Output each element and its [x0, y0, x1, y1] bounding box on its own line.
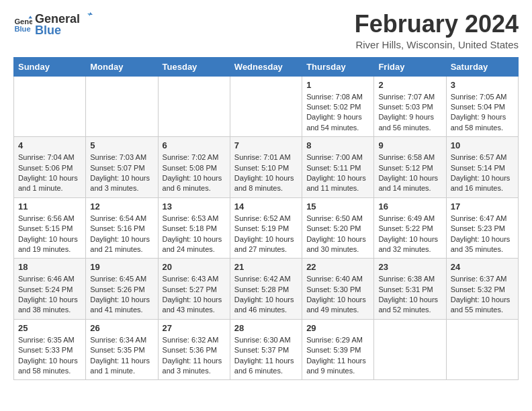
cell-content: Sunrise: 6:38 AMSunset: 5:31 PMDaylight:…	[378, 274, 441, 316]
column-header-saturday: Saturday	[446, 57, 518, 76]
calendar-cell	[158, 76, 230, 137]
calendar-cell: 21Sunrise: 6:42 AMSunset: 5:28 PMDayligh…	[230, 259, 302, 320]
calendar-week-row: 11Sunrise: 6:56 AMSunset: 5:15 PMDayligh…	[14, 197, 519, 259]
day-number: 5	[90, 140, 153, 150]
calendar-cell: 4Sunrise: 7:04 AMSunset: 5:06 PMDaylight…	[14, 137, 86, 198]
day-number: 21	[234, 262, 298, 272]
calendar-cell: 29Sunrise: 6:29 AMSunset: 5:39 PMDayligh…	[302, 319, 374, 380]
logo: General Blue General Blue	[13, 11, 93, 38]
calendar-cell: 10Sunrise: 6:57 AMSunset: 5:14 PMDayligh…	[446, 137, 518, 198]
svg-marker-3	[90, 12, 93, 15]
day-number: 1	[306, 80, 369, 90]
calendar-cell: 28Sunrise: 6:30 AMSunset: 5:37 PMDayligh…	[230, 319, 302, 380]
calendar-cell: 19Sunrise: 6:45 AMSunset: 5:26 PMDayligh…	[86, 259, 158, 320]
calendar-cell: 14Sunrise: 6:52 AMSunset: 5:19 PMDayligh…	[230, 197, 302, 259]
calendar-cell	[446, 319, 518, 380]
day-number: 3	[451, 80, 514, 90]
day-number: 16	[378, 201, 441, 212]
logo-bird-icon	[81, 11, 93, 23]
day-number: 8	[306, 140, 369, 150]
column-header-friday: Friday	[374, 57, 446, 76]
calendar-cell: 22Sunrise: 6:40 AMSunset: 5:30 PMDayligh…	[302, 259, 374, 320]
cell-content: Sunrise: 6:53 AMSunset: 5:18 PMDaylight:…	[163, 214, 226, 255]
calendar-cell: 18Sunrise: 6:46 AMSunset: 5:24 PMDayligh…	[14, 259, 86, 320]
day-number: 23	[378, 262, 441, 272]
day-number: 6	[163, 140, 226, 150]
day-number: 22	[306, 262, 369, 272]
cell-content: Sunrise: 6:57 AMSunset: 5:14 PMDaylight:…	[451, 152, 514, 194]
day-number: 19	[90, 262, 153, 272]
calendar-cell	[86, 76, 158, 137]
cell-content: Sunrise: 6:43 AMSunset: 5:27 PMDaylight:…	[163, 274, 226, 316]
cell-content: Sunrise: 6:56 AMSunset: 5:15 PMDaylight:…	[18, 214, 81, 255]
column-header-monday: Monday	[86, 57, 158, 76]
cell-content: Sunrise: 6:42 AMSunset: 5:28 PMDaylight:…	[234, 274, 298, 316]
calendar-cell: 13Sunrise: 6:53 AMSunset: 5:18 PMDayligh…	[158, 197, 230, 259]
title-block: February 2024 River Hills, Wisconsin, Un…	[355, 11, 519, 50]
day-number: 13	[163, 201, 226, 212]
cell-content: Sunrise: 6:47 AMSunset: 5:23 PMDaylight:…	[451, 214, 514, 255]
cell-content: Sunrise: 6:45 AMSunset: 5:26 PMDaylight:…	[90, 274, 153, 316]
day-number: 7	[234, 140, 298, 150]
calendar-table: SundayMondayTuesdayWednesdayThursdayFrid…	[13, 57, 519, 381]
svg-marker-4	[87, 13, 90, 16]
cell-content: Sunrise: 7:01 AMSunset: 5:10 PMDaylight:…	[234, 152, 298, 194]
day-number: 20	[163, 262, 226, 272]
day-number: 10	[451, 140, 514, 150]
day-number: 18	[18, 262, 81, 272]
day-number: 26	[90, 323, 153, 333]
cell-content: Sunrise: 7:03 AMSunset: 5:07 PMDaylight:…	[90, 152, 153, 194]
day-number: 12	[90, 201, 153, 212]
day-number: 11	[18, 201, 81, 212]
day-number: 14	[234, 201, 298, 212]
column-header-sunday: Sunday	[14, 57, 86, 76]
day-number: 27	[163, 323, 226, 333]
day-number: 4	[18, 140, 81, 150]
calendar-cell: 1Sunrise: 7:08 AMSunset: 5:02 PMDaylight…	[302, 76, 374, 137]
calendar-cell	[14, 76, 86, 137]
calendar-week-row: 18Sunrise: 6:46 AMSunset: 5:24 PMDayligh…	[14, 259, 519, 320]
calendar-cell: 5Sunrise: 7:03 AMSunset: 5:07 PMDaylight…	[86, 137, 158, 198]
calendar-week-row: 4Sunrise: 7:04 AMSunset: 5:06 PMDaylight…	[14, 137, 519, 198]
day-number: 9	[378, 140, 441, 150]
day-number: 28	[234, 323, 298, 333]
cell-content: Sunrise: 7:07 AMSunset: 5:03 PMDaylight:…	[378, 92, 441, 134]
column-header-wednesday: Wednesday	[230, 57, 302, 76]
cell-content: Sunrise: 6:30 AMSunset: 5:37 PMDaylight:…	[234, 335, 298, 377]
cell-content: Sunrise: 6:35 AMSunset: 5:33 PMDaylight:…	[18, 335, 81, 377]
calendar-cell: 9Sunrise: 6:58 AMSunset: 5:12 PMDaylight…	[374, 137, 446, 198]
calendar-cell: 2Sunrise: 7:07 AMSunset: 5:03 PMDaylight…	[374, 76, 446, 137]
cell-content: Sunrise: 6:32 AMSunset: 5:36 PMDaylight:…	[163, 335, 226, 377]
day-number: 29	[306, 323, 369, 333]
cell-content: Sunrise: 6:40 AMSunset: 5:30 PMDaylight:…	[306, 274, 369, 316]
location-subtitle: River Hills, Wisconsin, United States	[355, 39, 519, 50]
calendar-cell: 12Sunrise: 6:54 AMSunset: 5:16 PMDayligh…	[86, 197, 158, 259]
cell-content: Sunrise: 7:02 AMSunset: 5:08 PMDaylight:…	[163, 152, 226, 194]
cell-content: Sunrise: 7:08 AMSunset: 5:02 PMDaylight:…	[306, 92, 369, 134]
calendar-cell: 3Sunrise: 7:05 AMSunset: 5:04 PMDaylight…	[446, 76, 518, 137]
cell-content: Sunrise: 7:00 AMSunset: 5:11 PMDaylight:…	[306, 152, 369, 194]
calendar-cell: 23Sunrise: 6:38 AMSunset: 5:31 PMDayligh…	[374, 259, 446, 320]
calendar-cell: 6Sunrise: 7:02 AMSunset: 5:08 PMDaylight…	[158, 137, 230, 198]
calendar-cell: 17Sunrise: 6:47 AMSunset: 5:23 PMDayligh…	[446, 197, 518, 259]
cell-content: Sunrise: 6:52 AMSunset: 5:19 PMDaylight:…	[234, 214, 298, 255]
cell-content: Sunrise: 6:54 AMSunset: 5:16 PMDaylight:…	[90, 214, 153, 255]
cell-content: Sunrise: 6:50 AMSunset: 5:20 PMDaylight:…	[306, 214, 369, 255]
calendar-cell	[374, 319, 446, 380]
calendar-cell: 8Sunrise: 7:00 AMSunset: 5:11 PMDaylight…	[302, 137, 374, 198]
calendar-cell: 16Sunrise: 6:49 AMSunset: 5:22 PMDayligh…	[374, 197, 446, 259]
calendar-cell: 20Sunrise: 6:43 AMSunset: 5:27 PMDayligh…	[158, 259, 230, 320]
logo-icon: General Blue	[13, 15, 32, 34]
calendar-week-row: 25Sunrise: 6:35 AMSunset: 5:33 PMDayligh…	[14, 319, 519, 380]
day-number: 15	[306, 201, 369, 212]
cell-content: Sunrise: 6:58 AMSunset: 5:12 PMDaylight:…	[378, 152, 441, 194]
calendar-cell: 24Sunrise: 6:37 AMSunset: 5:32 PMDayligh…	[446, 259, 518, 320]
calendar-cell: 15Sunrise: 6:50 AMSunset: 5:20 PMDayligh…	[302, 197, 374, 259]
column-header-thursday: Thursday	[302, 57, 374, 76]
calendar-cell: 27Sunrise: 6:32 AMSunset: 5:36 PMDayligh…	[158, 319, 230, 380]
cell-content: Sunrise: 6:46 AMSunset: 5:24 PMDaylight:…	[18, 274, 81, 316]
day-number: 17	[451, 201, 514, 212]
cell-content: Sunrise: 7:04 AMSunset: 5:06 PMDaylight:…	[18, 152, 81, 194]
column-header-tuesday: Tuesday	[158, 57, 230, 76]
calendar-header-row: SundayMondayTuesdayWednesdayThursdayFrid…	[14, 57, 519, 76]
